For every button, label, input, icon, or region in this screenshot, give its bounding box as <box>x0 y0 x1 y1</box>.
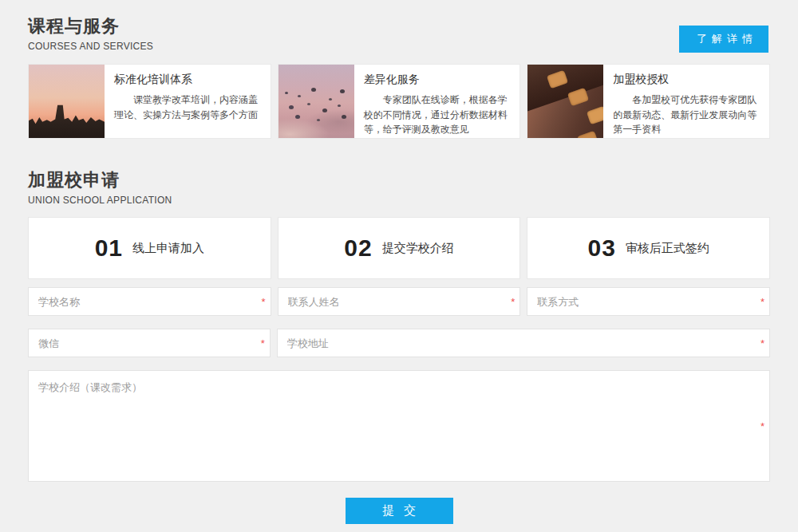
step-number: 03 <box>587 234 615 262</box>
step-label: 线上申请加入 <box>132 241 204 256</box>
film-strip-image <box>527 65 603 138</box>
form-row-1: * * * <box>28 287 770 316</box>
card-body: 加盟校授权 各加盟校可优先获得专家团队的最新动态、最新行业发展动向等第一手资料 <box>603 65 769 138</box>
wechat-field-wrapper: * <box>28 329 271 357</box>
services-title: 课程与服务 <box>28 14 770 38</box>
required-asterisk: * <box>261 338 265 349</box>
film-frame <box>577 131 598 138</box>
service-card-differentiated-service: 差异化服务 专家团队在线诊断，根据各学校的不同情况，通过分析数据材料等，给予评测… <box>278 64 521 139</box>
application-subtitle: UNION SCHOOL APPLICATION <box>28 195 770 206</box>
school-name-field-wrapper: * <box>28 287 271 316</box>
services-section-header: 课程与服务 COURSES AND SERVICES 了解详情 <box>28 14 770 52</box>
step-box-3: 03 审核后正式签约 <box>527 217 770 279</box>
card-title: 标准化培训体系 <box>114 73 261 87</box>
school-address-field-wrapper: * <box>277 329 770 357</box>
required-asterisk: * <box>760 421 764 432</box>
card-body: 差异化服务 专家团队在线诊断，根据各学校的不同情况，通过分析数据材料等，给予评测… <box>354 65 520 138</box>
submit-row: 提交 <box>28 498 770 524</box>
step-number: 01 <box>95 234 123 262</box>
card-description: 课堂教学改革培训，内容涵盖理论、实操方法与案例等多个方面 <box>114 93 261 122</box>
contact-name-input[interactable] <box>278 287 521 316</box>
card-description: 专家团队在线诊断，根据各学校的不同情况，通过分析数据材料等，给予评测及教改意见 <box>364 93 511 137</box>
submit-button[interactable]: 提交 <box>346 498 453 524</box>
service-cards-row: 标准化培训体系 课堂教学改革培训，内容涵盖理论、实操方法与案例等多个方面 差异化… <box>28 64 770 139</box>
desert-shrubs <box>285 92 288 94</box>
card-description: 各加盟校可优先获得专家团队的最新动态、最新行业发展动向等第一手资料 <box>613 93 760 137</box>
step-box-1: 01 线上申请加入 <box>28 217 271 279</box>
wechat-input[interactable] <box>28 329 271 357</box>
step-box-2: 02 提交学校介绍 <box>278 217 521 279</box>
learn-more-button[interactable]: 了解详情 <box>679 26 768 53</box>
step-label: 提交学校介绍 <box>382 241 454 256</box>
required-asterisk: * <box>760 297 764 307</box>
required-asterisk: * <box>760 338 764 349</box>
application-steps-row: 01 线上申请加入 02 提交学校介绍 03 审核后正式签约 <box>28 217 770 279</box>
school-intro-textarea[interactable] <box>28 370 770 482</box>
step-number: 02 <box>344 234 372 262</box>
application-form: * * * * * * <box>28 287 770 524</box>
contact-name-field-wrapper: * <box>278 287 521 316</box>
form-row-2: * * <box>28 329 770 357</box>
step-label: 审核后正式签约 <box>626 241 709 256</box>
film-frame <box>587 106 603 125</box>
film-strip-band <box>527 65 603 112</box>
page: 课程与服务 COURSES AND SERVICES 了解详情 标准化培训体系 … <box>0 0 798 524</box>
school-intro-field-wrapper: * <box>28 370 770 482</box>
service-card-standardized-training: 标准化培训体系 课堂教学改革培训，内容涵盖理论、实操方法与案例等多个方面 <box>28 64 271 139</box>
form-row-3: * <box>28 370 770 482</box>
application-section-header: 加盟校申请 UNION SCHOOL APPLICATION <box>28 168 770 206</box>
card-title: 加盟校授权 <box>613 73 760 87</box>
contact-method-input[interactable] <box>527 287 770 316</box>
desert-dunes-image <box>279 65 354 138</box>
required-asterisk: * <box>262 297 266 307</box>
school-address-input[interactable] <box>277 329 770 357</box>
service-card-franchise-authorization: 加盟校授权 各加盟校可优先获得专家团队的最新动态、最新行业发展动向等第一手资料 <box>527 64 770 139</box>
city-skyline-image <box>29 65 105 138</box>
card-title: 差异化服务 <box>364 73 511 87</box>
contact-method-field-wrapper: * <box>527 287 770 316</box>
services-subtitle: COURSES AND SERVICES <box>28 41 770 52</box>
city-skyline-silhouette <box>29 104 105 138</box>
card-body: 标准化培训体系 课堂教学改革培训，内容涵盖理论、实操方法与案例等多个方面 <box>105 65 271 138</box>
school-name-input[interactable] <box>28 287 271 316</box>
required-asterisk: * <box>511 297 515 307</box>
application-title: 加盟校申请 <box>28 168 770 192</box>
